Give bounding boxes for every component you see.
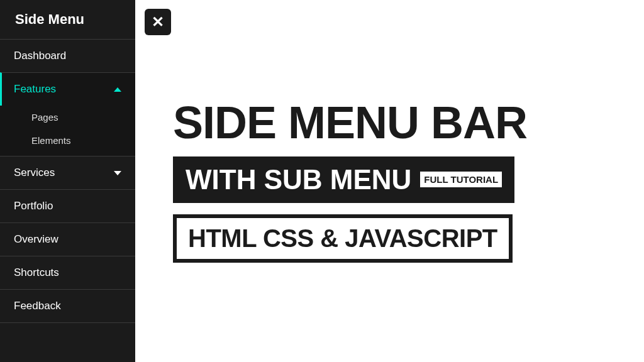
menu-label: Features xyxy=(14,83,56,96)
sidebar-item-services[interactable]: Services xyxy=(0,156,135,189)
subhead-text: WITH SUB MENU xyxy=(186,164,411,195)
submenu-features: Pages Elements xyxy=(0,106,135,156)
sidebar-item-dashboard[interactable]: Dashboard xyxy=(0,39,135,72)
submenu-item-pages[interactable]: Pages xyxy=(0,106,135,129)
caret-down-icon xyxy=(114,171,121,175)
close-icon: ✕ xyxy=(152,13,164,31)
subhead-row: WITH SUB MENU FULL TUTORIAL xyxy=(173,156,514,203)
menu-label: Overview xyxy=(14,233,58,246)
tutorial-badge: FULL TUTORIAL xyxy=(420,172,502,187)
tech-bar: HTML CSS & JAVASCRIPT xyxy=(173,214,513,263)
caret-up-icon xyxy=(114,87,121,92)
menu-label: Dashboard xyxy=(14,50,66,62)
sidebar-item-features[interactable]: Features xyxy=(0,72,135,106)
headline-text: SIDE MENU BAR xyxy=(173,100,527,145)
menu-label: Feedback xyxy=(14,300,61,312)
close-sidebar-button[interactable]: ✕ xyxy=(145,9,171,35)
submenu-item-elements[interactable]: Elements xyxy=(0,129,135,156)
sidebar-item-shortcuts[interactable]: Shortcuts xyxy=(0,256,135,289)
menu-label: Services xyxy=(14,167,55,179)
sidebar-title: Side Menu xyxy=(0,0,135,39)
sidebar-item-portfolio[interactable]: Portfolio xyxy=(0,189,135,222)
sidebar-item-overview[interactable]: Overview xyxy=(0,222,135,256)
subhead-bar: WITH SUB MENU FULL TUTORIAL xyxy=(173,156,514,203)
sidebar: Side Menu Dashboard Features Pages Eleme… xyxy=(0,0,135,362)
main-content: SIDE MENU BAR WITH SUB MENU FULL TUTORIA… xyxy=(135,0,644,362)
menu-label: Portfolio xyxy=(14,200,53,212)
sidebar-item-feedback[interactable]: Feedback xyxy=(0,289,135,323)
menu-label: Shortcuts xyxy=(14,266,59,279)
